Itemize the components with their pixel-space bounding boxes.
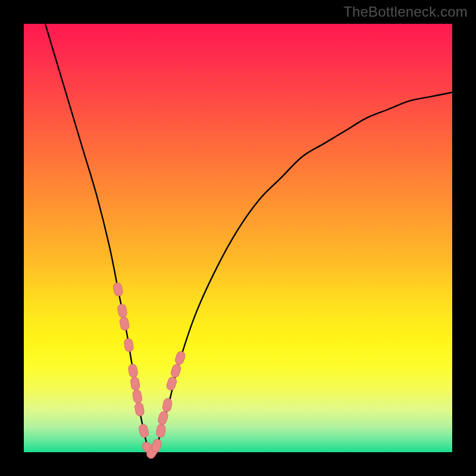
curve-marker — [128, 364, 138, 378]
curve-marker — [157, 411, 169, 425]
curve-marker — [174, 350, 186, 365]
curve-marker — [124, 338, 134, 352]
curve-marker — [132, 389, 142, 403]
curve-marker — [156, 424, 166, 438]
watermark-text: TheBottleneck.com — [343, 4, 468, 20]
chart-frame: TheBottleneck.com — [0, 0, 476, 476]
plot-area — [24, 24, 452, 452]
curve-marker — [162, 398, 173, 412]
curve-marker — [117, 303, 127, 318]
curve-marker — [140, 440, 155, 455]
curve-marker — [165, 376, 177, 391]
bottleneck-curve — [24, 24, 452, 452]
curve-marker — [112, 282, 123, 296]
curve-marker — [138, 424, 149, 439]
curve-marker — [145, 444, 159, 460]
curve-marker — [170, 364, 181, 378]
curve-marker — [119, 317, 130, 331]
curve-marker — [130, 377, 140, 391]
curve-marker — [151, 439, 162, 453]
curve-marker — [134, 402, 145, 416]
